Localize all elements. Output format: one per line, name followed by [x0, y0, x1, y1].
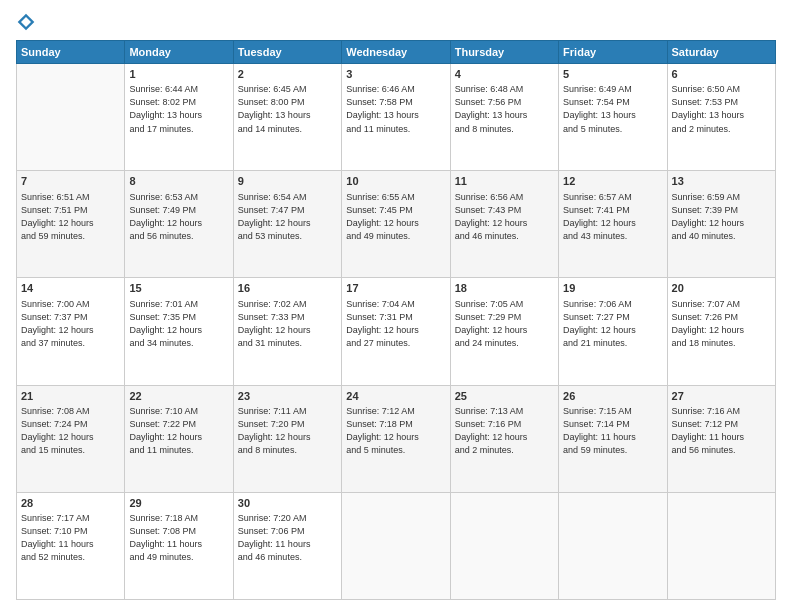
calendar-cell: 1Sunrise: 6:44 AMSunset: 8:02 PMDaylight…: [125, 64, 233, 171]
day-info: Sunrise: 6:53 AMSunset: 7:49 PMDaylight:…: [129, 191, 228, 243]
day-number: 27: [672, 389, 771, 404]
calendar-week-row: 28Sunrise: 7:17 AMSunset: 7:10 PMDayligh…: [17, 492, 776, 599]
calendar-week-row: 14Sunrise: 7:00 AMSunset: 7:37 PMDayligh…: [17, 278, 776, 385]
day-number: 9: [238, 174, 337, 189]
logo-icon: [16, 12, 36, 32]
weekday-header: Saturday: [667, 41, 775, 64]
day-number: 2: [238, 67, 337, 82]
day-number: 12: [563, 174, 662, 189]
day-info: Sunrise: 6:57 AMSunset: 7:41 PMDaylight:…: [563, 191, 662, 243]
day-number: 10: [346, 174, 445, 189]
calendar-cell: 23Sunrise: 7:11 AMSunset: 7:20 PMDayligh…: [233, 385, 341, 492]
day-info: Sunrise: 6:44 AMSunset: 8:02 PMDaylight:…: [129, 83, 228, 135]
calendar-cell: [450, 492, 558, 599]
day-info: Sunrise: 7:01 AMSunset: 7:35 PMDaylight:…: [129, 298, 228, 350]
day-number: 21: [21, 389, 120, 404]
calendar-cell: 27Sunrise: 7:16 AMSunset: 7:12 PMDayligh…: [667, 385, 775, 492]
calendar-cell: 12Sunrise: 6:57 AMSunset: 7:41 PMDayligh…: [559, 171, 667, 278]
day-number: 6: [672, 67, 771, 82]
calendar-table: SundayMondayTuesdayWednesdayThursdayFrid…: [16, 40, 776, 600]
weekday-header: Wednesday: [342, 41, 450, 64]
calendar-cell: 4Sunrise: 6:48 AMSunset: 7:56 PMDaylight…: [450, 64, 558, 171]
calendar-cell: 13Sunrise: 6:59 AMSunset: 7:39 PMDayligh…: [667, 171, 775, 278]
day-info: Sunrise: 7:12 AMSunset: 7:18 PMDaylight:…: [346, 405, 445, 457]
day-info: Sunrise: 7:11 AMSunset: 7:20 PMDaylight:…: [238, 405, 337, 457]
calendar-cell: 18Sunrise: 7:05 AMSunset: 7:29 PMDayligh…: [450, 278, 558, 385]
day-info: Sunrise: 7:08 AMSunset: 7:24 PMDaylight:…: [21, 405, 120, 457]
calendar-cell: 2Sunrise: 6:45 AMSunset: 8:00 PMDaylight…: [233, 64, 341, 171]
calendar-cell: 6Sunrise: 6:50 AMSunset: 7:53 PMDaylight…: [667, 64, 775, 171]
calendar-cell: 8Sunrise: 6:53 AMSunset: 7:49 PMDaylight…: [125, 171, 233, 278]
day-number: 26: [563, 389, 662, 404]
calendar-week-row: 21Sunrise: 7:08 AMSunset: 7:24 PMDayligh…: [17, 385, 776, 492]
calendar-cell: [559, 492, 667, 599]
day-number: 22: [129, 389, 228, 404]
day-number: 28: [21, 496, 120, 511]
day-number: 15: [129, 281, 228, 296]
day-number: 24: [346, 389, 445, 404]
weekday-header: Sunday: [17, 41, 125, 64]
day-number: 8: [129, 174, 228, 189]
day-info: Sunrise: 7:00 AMSunset: 7:37 PMDaylight:…: [21, 298, 120, 350]
day-info: Sunrise: 6:59 AMSunset: 7:39 PMDaylight:…: [672, 191, 771, 243]
day-number: 11: [455, 174, 554, 189]
day-info: Sunrise: 7:17 AMSunset: 7:10 PMDaylight:…: [21, 512, 120, 564]
calendar-cell: [17, 64, 125, 171]
calendar-cell: 14Sunrise: 7:00 AMSunset: 7:37 PMDayligh…: [17, 278, 125, 385]
day-info: Sunrise: 6:51 AMSunset: 7:51 PMDaylight:…: [21, 191, 120, 243]
calendar-cell: 30Sunrise: 7:20 AMSunset: 7:06 PMDayligh…: [233, 492, 341, 599]
day-number: 13: [672, 174, 771, 189]
day-info: Sunrise: 6:48 AMSunset: 7:56 PMDaylight:…: [455, 83, 554, 135]
calendar-cell: 15Sunrise: 7:01 AMSunset: 7:35 PMDayligh…: [125, 278, 233, 385]
calendar-cell: 26Sunrise: 7:15 AMSunset: 7:14 PMDayligh…: [559, 385, 667, 492]
calendar-week-row: 1Sunrise: 6:44 AMSunset: 8:02 PMDaylight…: [17, 64, 776, 171]
calendar-cell: 22Sunrise: 7:10 AMSunset: 7:22 PMDayligh…: [125, 385, 233, 492]
day-number: 16: [238, 281, 337, 296]
day-info: Sunrise: 6:46 AMSunset: 7:58 PMDaylight:…: [346, 83, 445, 135]
calendar-cell: 20Sunrise: 7:07 AMSunset: 7:26 PMDayligh…: [667, 278, 775, 385]
day-info: Sunrise: 7:20 AMSunset: 7:06 PMDaylight:…: [238, 512, 337, 564]
day-info: Sunrise: 6:55 AMSunset: 7:45 PMDaylight:…: [346, 191, 445, 243]
calendar-cell: 5Sunrise: 6:49 AMSunset: 7:54 PMDaylight…: [559, 64, 667, 171]
calendar-cell: 7Sunrise: 6:51 AMSunset: 7:51 PMDaylight…: [17, 171, 125, 278]
day-info: Sunrise: 6:56 AMSunset: 7:43 PMDaylight:…: [455, 191, 554, 243]
day-number: 3: [346, 67, 445, 82]
day-number: 25: [455, 389, 554, 404]
day-number: 5: [563, 67, 662, 82]
calendar-cell: 29Sunrise: 7:18 AMSunset: 7:08 PMDayligh…: [125, 492, 233, 599]
day-info: Sunrise: 7:07 AMSunset: 7:26 PMDaylight:…: [672, 298, 771, 350]
day-info: Sunrise: 7:15 AMSunset: 7:14 PMDaylight:…: [563, 405, 662, 457]
calendar-cell: 9Sunrise: 6:54 AMSunset: 7:47 PMDaylight…: [233, 171, 341, 278]
day-number: 1: [129, 67, 228, 82]
page-header: [16, 12, 776, 32]
calendar-week-row: 7Sunrise: 6:51 AMSunset: 7:51 PMDaylight…: [17, 171, 776, 278]
day-info: Sunrise: 7:10 AMSunset: 7:22 PMDaylight:…: [129, 405, 228, 457]
calendar-cell: 25Sunrise: 7:13 AMSunset: 7:16 PMDayligh…: [450, 385, 558, 492]
calendar-cell: 16Sunrise: 7:02 AMSunset: 7:33 PMDayligh…: [233, 278, 341, 385]
day-info: Sunrise: 7:16 AMSunset: 7:12 PMDaylight:…: [672, 405, 771, 457]
day-number: 18: [455, 281, 554, 296]
day-number: 4: [455, 67, 554, 82]
day-number: 7: [21, 174, 120, 189]
day-info: Sunrise: 7:06 AMSunset: 7:27 PMDaylight:…: [563, 298, 662, 350]
day-info: Sunrise: 7:18 AMSunset: 7:08 PMDaylight:…: [129, 512, 228, 564]
day-number: 19: [563, 281, 662, 296]
logo: [16, 12, 40, 32]
day-info: Sunrise: 7:02 AMSunset: 7:33 PMDaylight:…: [238, 298, 337, 350]
weekday-header: Thursday: [450, 41, 558, 64]
day-number: 14: [21, 281, 120, 296]
calendar-cell: 3Sunrise: 6:46 AMSunset: 7:58 PMDaylight…: [342, 64, 450, 171]
calendar-cell: [667, 492, 775, 599]
day-info: Sunrise: 6:49 AMSunset: 7:54 PMDaylight:…: [563, 83, 662, 135]
weekday-header: Tuesday: [233, 41, 341, 64]
day-number: 20: [672, 281, 771, 296]
day-info: Sunrise: 6:54 AMSunset: 7:47 PMDaylight:…: [238, 191, 337, 243]
calendar-cell: 10Sunrise: 6:55 AMSunset: 7:45 PMDayligh…: [342, 171, 450, 278]
day-info: Sunrise: 7:04 AMSunset: 7:31 PMDaylight:…: [346, 298, 445, 350]
day-number: 17: [346, 281, 445, 296]
day-number: 30: [238, 496, 337, 511]
calendar-cell: 21Sunrise: 7:08 AMSunset: 7:24 PMDayligh…: [17, 385, 125, 492]
calendar-cell: 19Sunrise: 7:06 AMSunset: 7:27 PMDayligh…: [559, 278, 667, 385]
calendar-cell: 17Sunrise: 7:04 AMSunset: 7:31 PMDayligh…: [342, 278, 450, 385]
calendar-cell: 24Sunrise: 7:12 AMSunset: 7:18 PMDayligh…: [342, 385, 450, 492]
